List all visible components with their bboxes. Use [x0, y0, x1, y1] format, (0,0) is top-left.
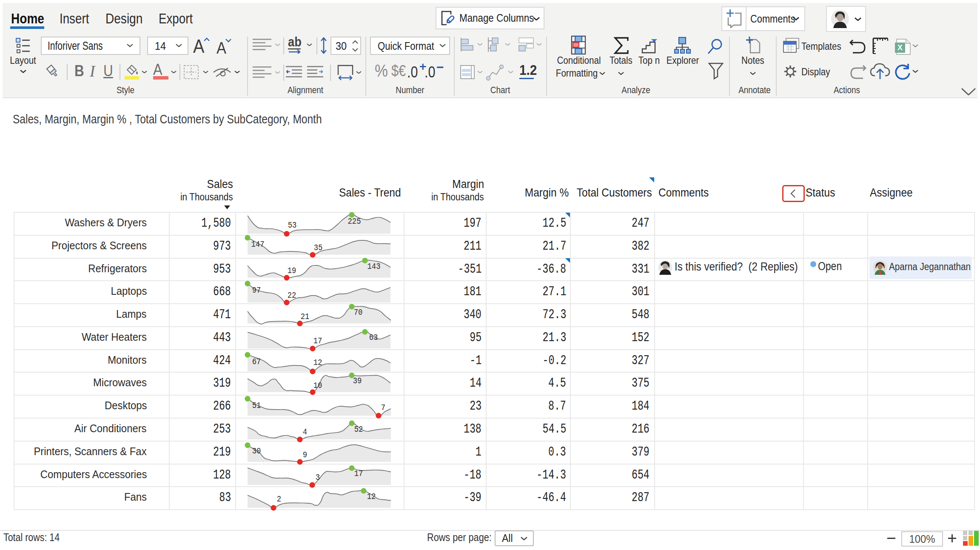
svg-text:30: 30: [252, 446, 261, 456]
svg-text:17: 17: [354, 468, 363, 479]
svg-text:147: 147: [251, 239, 265, 249]
svg-text:225: 225: [348, 216, 361, 226]
svg-text:21: 21: [301, 312, 310, 322]
svg-text:3: 3: [316, 472, 320, 482]
svg-text:19: 19: [288, 265, 296, 276]
svg-text:35: 35: [314, 242, 323, 253]
svg-text:52: 52: [354, 424, 363, 434]
svg-text:63: 63: [369, 332, 378, 342]
svg-text:9: 9: [303, 450, 307, 460]
svg-text:22: 22: [288, 291, 296, 301]
svg-text:2: 2: [277, 494, 281, 504]
svg-text:67: 67: [252, 356, 261, 367]
svg-text:17: 17: [313, 336, 322, 346]
svg-text:12: 12: [367, 492, 376, 502]
svg-text:X: X: [897, 43, 903, 52]
svg-text:7: 7: [381, 402, 385, 413]
svg-text:10: 10: [313, 381, 322, 391]
svg-text:143: 143: [368, 261, 381, 271]
svg-text:4: 4: [303, 427, 307, 437]
svg-text:70: 70: [354, 308, 363, 318]
svg-text:12: 12: [313, 357, 322, 368]
svg-text:53: 53: [288, 220, 297, 230]
svg-text:51: 51: [252, 400, 261, 410]
svg-text:39: 39: [353, 376, 362, 386]
svg-text:97: 97: [252, 285, 261, 296]
